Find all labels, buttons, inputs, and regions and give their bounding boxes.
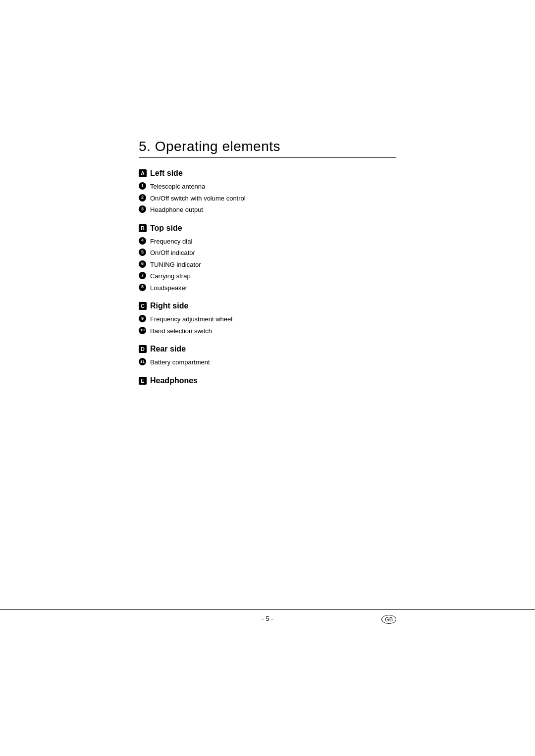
item-text-8: Loudspeaker — [150, 283, 187, 293]
number-badge-11: 11 — [139, 358, 146, 365]
section-d-title: Rear side — [150, 345, 186, 353]
section-a-list: 1 Telescopic antenna 2 On/Off switch wit… — [139, 182, 396, 215]
number-badge-5: 5 — [139, 249, 146, 256]
list-item: 3 Headphone output — [139, 205, 396, 215]
badge-b: B — [139, 224, 147, 232]
section-d-header: D Rear side — [139, 345, 396, 353]
list-item: 1 Telescopic antenna — [139, 182, 396, 192]
list-item: 11 Battery compartment — [139, 357, 396, 367]
number-badge-4: 4 — [139, 237, 146, 245]
section-a-header: A Left side — [139, 169, 396, 178]
number-badge-10: 10 — [139, 327, 146, 334]
section-c-header: C Right side — [139, 302, 396, 310]
title-underline — [139, 157, 396, 158]
page-number: - 5 - — [0, 615, 535, 622]
page-title: 5. Operating elements — [139, 139, 396, 154]
section-right-side: C Right side 9 Frequency adjustment whee… — [139, 302, 396, 336]
number-badge-2: 2 — [139, 194, 146, 202]
section-top-side: B Top side 4 Frequency dial 5 On/Off ind… — [139, 224, 396, 293]
number-badge-7: 7 — [139, 272, 146, 279]
list-item: 8 Loudspeaker — [139, 283, 396, 293]
item-text-5: On/Off indicator — [150, 248, 195, 258]
item-text-6: TUNING indicator — [150, 260, 201, 270]
badge-d: D — [139, 345, 147, 353]
list-item: 4 Frequency dial — [139, 237, 396, 247]
section-c-list: 9 Frequency adjustment wheel 10 Band sel… — [139, 314, 396, 336]
country-badge: GB — [381, 615, 396, 624]
section-e-title: Headphones — [150, 376, 198, 385]
number-badge-1: 1 — [139, 182, 146, 190]
number-badge-6: 6 — [139, 260, 146, 268]
section-b-title: Top side — [150, 224, 182, 233]
page-footer: - 5 - GB — [0, 609, 535, 622]
list-item: 2 On/Off switch with volume control — [139, 194, 396, 203]
item-text-3: Headphone output — [150, 205, 203, 215]
item-text-11: Battery compartment — [150, 357, 210, 367]
section-d-list: 11 Battery compartment — [139, 357, 396, 367]
section-left-side: A Left side 1 Telescopic antenna 2 On/Of… — [139, 169, 396, 215]
badge-c: C — [139, 302, 147, 310]
section-rear-side: D Rear side 11 Battery compartment — [139, 345, 396, 367]
item-text-2: On/Off switch with volume control — [150, 194, 246, 203]
list-item: 7 Carrying strap — [139, 271, 396, 281]
page: 5. Operating elements A Left side 1 Tele… — [0, 0, 535, 756]
item-text-7: Carrying strap — [150, 271, 191, 281]
number-badge-9: 9 — [139, 315, 146, 322]
list-item: 5 On/Off indicator — [139, 248, 396, 258]
number-badge-3: 3 — [139, 205, 146, 213]
item-text-4: Frequency dial — [150, 237, 192, 247]
list-item: 6 TUNING indicator — [139, 260, 396, 270]
section-headphones: E Headphones — [139, 376, 396, 385]
content-area: 5. Operating elements A Left side 1 Tele… — [0, 0, 535, 385]
section-e-header: E Headphones — [139, 376, 396, 385]
item-text-1: Telescopic antenna — [150, 182, 205, 192]
item-text-9: Frequency adjustment wheel — [150, 314, 232, 324]
section-b-list: 4 Frequency dial 5 On/Off indicator 6 TU… — [139, 237, 396, 293]
item-text-10: Band selection switch — [150, 326, 212, 336]
badge-e: E — [139, 377, 147, 385]
badge-a: A — [139, 169, 147, 177]
section-a-title: Left side — [150, 169, 183, 178]
section-b-header: B Top side — [139, 224, 396, 233]
section-c-title: Right side — [150, 302, 188, 310]
list-item: 9 Frequency adjustment wheel — [139, 314, 396, 324]
list-item: 10 Band selection switch — [139, 326, 396, 336]
number-badge-8: 8 — [139, 284, 146, 291]
